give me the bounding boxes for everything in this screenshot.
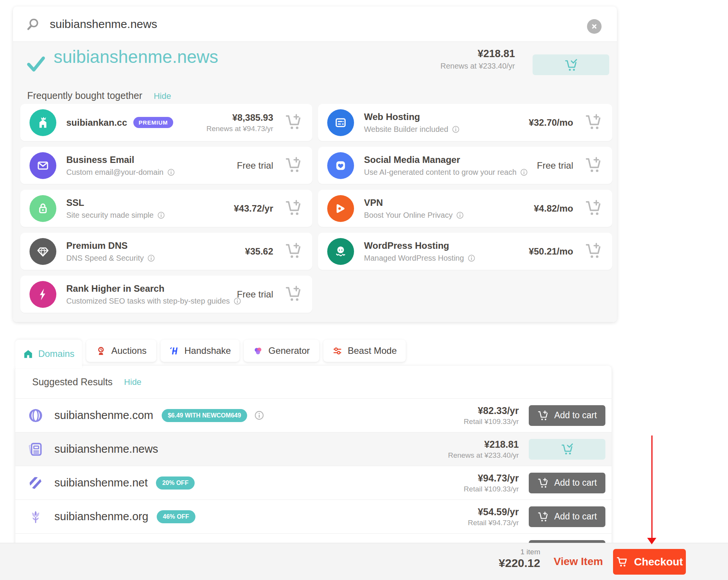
domain-name: suibianshenme.net (54, 476, 148, 489)
product-card: Web Hosting Website Builder included ¥32… (318, 104, 612, 141)
globe-icon (27, 407, 44, 424)
add-to-cart-button[interactable]: Add to cart (529, 405, 605, 426)
cart-check-icon (561, 443, 574, 455)
info-icon[interactable] (147, 254, 155, 262)
tab-handshake[interactable]: Handshake (161, 340, 239, 362)
retail-price: Retail ¥109.33/yr (464, 417, 519, 426)
info-icon[interactable] (167, 168, 175, 176)
product-price: Free trial (237, 160, 273, 171)
result-tabs: Domains Auctions Handshake Generator Bea… (15, 340, 437, 368)
product-subtitle: Custom email@your-domain (66, 168, 164, 177)
price: ¥218.81 (448, 439, 519, 450)
product-subtitle: Customized SEO tasks with step-by-step g… (66, 297, 230, 306)
add-to-cart-icon-button[interactable] (284, 286, 303, 303)
info-icon[interactable] (452, 125, 460, 133)
product-price: Free trial (537, 160, 573, 171)
search-icon (26, 17, 40, 31)
newspaper-icon (27, 440, 44, 458)
product-price: ¥32.70/mo (529, 117, 573, 128)
product-subtitle: Boost Your Online Privacy (364, 211, 453, 220)
promo-badge: $6.49 WITH NEWCOM649 (162, 409, 247, 422)
product-card: Business Email Custom email@your-domain … (20, 147, 312, 184)
section-title: Suggested Results (32, 376, 113, 388)
add-to-cart-icon-button[interactable] (284, 114, 303, 131)
tab-domains[interactable]: Domains (15, 340, 82, 368)
renewal-price: Renews at ¥233.40/yr (448, 451, 519, 460)
flower-icon (27, 508, 44, 526)
tab-generator[interactable]: Generator (244, 340, 319, 362)
checkout-label: Checkout (634, 556, 683, 568)
selected-domain-price: ¥218.81 Renews at ¥233.40/yr (440, 48, 515, 71)
product-price: ¥43.72/yr (234, 203, 273, 214)
in-cart-button[interactable] (529, 439, 605, 460)
domain-name: suibianshenme.org (54, 510, 148, 523)
product-title: SSL (66, 197, 234, 208)
search-results-panel: suibianshenme.news suibianshenme.news ¥2… (13, 7, 617, 322)
premium-badge: PREMIUM (133, 117, 173, 128)
table-row: suibianshenme.net 20% OFF ¥94.73/yr Reta… (15, 466, 612, 499)
hide-link[interactable]: Hide (154, 91, 171, 101)
web-hosting-icon (327, 109, 354, 136)
tab-beast-mode[interactable]: Beast Mode (323, 340, 406, 362)
product-card: SSL Site security made simple ¥43.72/yr (20, 190, 312, 227)
product-card: Rank Higher in Search Customized SEO tas… (20, 276, 312, 313)
add-to-cart-label: Add to cart (554, 410, 597, 421)
product-card: WordPress Hosting Managed WordPress Host… (318, 233, 612, 270)
tab-label: Beast Mode (348, 345, 397, 356)
add-to-cart-icon-button[interactable] (284, 243, 303, 260)
search-result-body: suibianshenme.news ¥218.81 Renews at ¥23… (13, 41, 617, 322)
close-button[interactable] (587, 19, 602, 34)
business-email-icon (30, 152, 56, 179)
search-input[interactable]: suibianshenme.news (50, 18, 157, 31)
search-bar: suibianshenme.news (13, 7, 617, 41)
available-check-icon (27, 56, 45, 72)
in-cart-button[interactable] (533, 54, 609, 75)
add-to-cart-icon-button[interactable] (284, 157, 303, 174)
discount-badge: 20% OFF (156, 476, 194, 490)
view-item-link[interactable]: View Item (554, 555, 603, 568)
info-icon[interactable] (456, 211, 464, 219)
vpn-icon (327, 195, 354, 222)
table-row: suibianshenme.news ¥218.81 Renews at ¥23… (15, 432, 612, 466)
discount-badge: 46% OFF (157, 510, 195, 523)
checkout-button[interactable]: Checkout (613, 549, 686, 575)
tab-label: Generator (268, 345, 310, 356)
add-to-cart-label: Add to cart (554, 511, 597, 522)
add-to-cart-icon-button[interactable] (584, 200, 603, 217)
info-icon[interactable] (157, 211, 165, 219)
add-to-cart-icon-button[interactable] (584, 243, 603, 260)
add-to-cart-button[interactable]: Add to cart (529, 473, 605, 493)
striped-sphere-icon (27, 474, 44, 492)
handshake-tab-icon (169, 346, 179, 356)
beast-mode-tab-icon (332, 346, 343, 356)
product-title: WordPress Hosting (364, 240, 529, 251)
add-to-cart-icon-button[interactable] (584, 157, 603, 174)
retail-price: Retail ¥94.73/yr (468, 519, 519, 527)
product-subtitle: DNS Speed & Security (66, 254, 144, 263)
generator-tab-icon (253, 346, 263, 356)
product-price: ¥35.62 (245, 246, 273, 257)
renewal-price: Renews at ¥233.40/yr (440, 62, 515, 71)
tab-auctions[interactable]: Auctions (86, 340, 156, 362)
close-icon (590, 22, 598, 31)
product-title: Social Media Manager (364, 154, 537, 165)
frequently-bought-grid: suibiankan.cc PREMIUM ¥8,385.93 Renews a… (20, 104, 612, 313)
product-title: VPN (364, 197, 534, 208)
product-title: suibiankan.cc (66, 117, 127, 128)
info-icon[interactable] (254, 410, 264, 421)
product-price: Free trial (237, 289, 273, 300)
frequently-bought-header: Frequently bought together Hide (27, 90, 171, 101)
cart-totals: 1 item ¥220.12 (499, 548, 540, 570)
add-to-cart-icon-button[interactable] (584, 114, 603, 131)
retail-price: Retail ¥109.33/yr (464, 485, 519, 493)
add-to-cart-icon-button[interactable] (284, 200, 303, 217)
hide-link[interactable]: Hide (124, 377, 141, 387)
annotation-arrow (647, 435, 657, 544)
info-icon[interactable] (520, 168, 528, 176)
product-title: Web Hosting (364, 112, 529, 122)
auctions-tab-icon (96, 346, 106, 356)
price: ¥82.33/yr (464, 405, 519, 416)
info-icon[interactable] (467, 254, 475, 262)
suggested-results-header: Suggested Results Hide (15, 366, 612, 398)
add-to-cart-button[interactable]: Add to cart (529, 506, 605, 527)
